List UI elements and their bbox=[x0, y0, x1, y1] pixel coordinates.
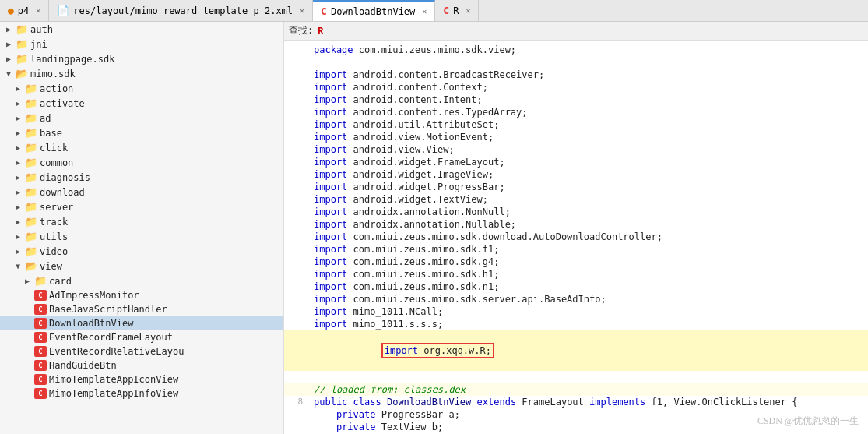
tree-common[interactable]: ▶ 📁 common bbox=[0, 155, 283, 170]
code-line-20: import com.miui.zeus.mimo.sdk.server.api… bbox=[284, 293, 868, 305]
tree-video[interactable]: ▶ 📁 video bbox=[0, 244, 283, 259]
tab-r-label: R bbox=[453, 5, 459, 16]
line-num-blank1 bbox=[284, 56, 309, 69]
folder-card-icon: 📁 bbox=[34, 275, 47, 287]
tree-view[interactable]: ▼ 📂 view bbox=[0, 259, 283, 273]
folder-base-icon: 📁 bbox=[25, 127, 37, 139]
tree-eventrecordframelayout-label: EventRecordFrameLayout bbox=[49, 332, 173, 343]
tab-xml[interactable]: 📄 res/layout/mimo_reward_template_p_2.xm… bbox=[49, 0, 313, 21]
tree-action[interactable]: ▶ 📁 action bbox=[0, 81, 283, 96]
line-content-18: import com.miui.zeus.mimo.sdk.h1; bbox=[309, 268, 868, 281]
code-lines: package com.miui.zeus.mimo.sdk.view; imp… bbox=[284, 41, 868, 434]
tree-mimotemplateappinfoview[interactable]: C MimoTemplateAppInfoView bbox=[0, 386, 283, 400]
line-content-11: import android.widget.ProgressBar; bbox=[309, 181, 868, 193]
line-num-5 bbox=[284, 106, 309, 118]
tree-auth-label: auth bbox=[30, 24, 53, 35]
tree-card-label: card bbox=[49, 276, 72, 287]
tree-track[interactable]: ▶ 📁 track bbox=[0, 214, 283, 229]
line-content-2: import android.content.BroadcastReceiver… bbox=[309, 69, 868, 81]
tree-basejavascripthandler[interactable]: C BaseJavaScriptHandler bbox=[0, 302, 283, 316]
line-num-14 bbox=[284, 218, 309, 231]
tree-jni[interactable]: ▶ 📁 jni bbox=[0, 37, 283, 51]
code-line-error: import org.xqq.w.R; bbox=[284, 330, 868, 371]
tree-handguidebtn[interactable]: C HandGuideBtn bbox=[0, 358, 283, 372]
code-container[interactable]: package com.miui.zeus.mimo.sdk.view; imp… bbox=[284, 41, 868, 434]
tree-common-label: common bbox=[40, 157, 73, 168]
tree-landingpage[interactable]: ▶ 📁 landingpage.sdk bbox=[0, 51, 283, 66]
tree-diagnosis-label: diagnosis bbox=[40, 172, 90, 183]
arrow-auth: ▶ bbox=[6, 25, 16, 34]
tree-base[interactable]: ▶ 📁 base bbox=[0, 125, 283, 140]
arrow-card: ▶ bbox=[25, 277, 34, 285]
tab-downloadbtnview-close[interactable]: ✕ bbox=[422, 7, 427, 16]
line-num-15 bbox=[284, 231, 309, 243]
arrow-video: ▶ bbox=[16, 247, 25, 256]
tree-ad[interactable]: ▶ 📁 ad bbox=[0, 111, 283, 125]
folder-video-icon: 📁 bbox=[25, 245, 37, 257]
tree-track-label: track bbox=[40, 217, 68, 228]
line-content-14: import androidx.annotation.Nullable; bbox=[309, 218, 868, 231]
code-line-blank2 bbox=[284, 371, 868, 383]
line-content-5: import android.content.res.TypedArray; bbox=[309, 106, 868, 118]
tree-server-label: server bbox=[40, 202, 73, 213]
tree-downloadbtnview-label: DownloadBtnView bbox=[49, 318, 133, 329]
arrow-mimosdk: ▼ bbox=[6, 69, 16, 78]
line-content-8: import android.view.View; bbox=[309, 143, 868, 156]
tab-p4[interactable]: ● p4 ✕ bbox=[0, 0, 49, 21]
tab-xml-close[interactable]: ✕ bbox=[300, 6, 304, 15]
tree-mimosdk[interactable]: ▼ 📂 mimo.sdk bbox=[0, 66, 283, 81]
tree-auth[interactable]: ▶ 📁 auth bbox=[0, 22, 283, 37]
line-content-blank2 bbox=[309, 371, 868, 383]
line-content-8n: public class DownloadBtnView extends Fra… bbox=[309, 396, 868, 408]
folder-view-icon: 📂 bbox=[25, 260, 37, 272]
code-line-2: import android.content.BroadcastReceiver… bbox=[284, 69, 868, 81]
tree-downloadbtnview[interactable]: C DownloadBtnView bbox=[0, 316, 283, 330]
tree-download[interactable]: ▶ 📁 download bbox=[0, 185, 283, 199]
folder-auth-icon: 📁 bbox=[16, 23, 28, 35]
arrow-action: ▶ bbox=[16, 84, 25, 93]
line-content-16: import com.miui.zeus.mimo.sdk.f1; bbox=[309, 243, 868, 256]
tree-adimpressmonitor[interactable]: C AdImpressMonitor bbox=[0, 288, 283, 302]
tree-eventrecordframelayout[interactable]: C EventRecordFrameLayout bbox=[0, 330, 283, 344]
badge-basejavascripthandler: C bbox=[34, 304, 47, 315]
tab-p4-close[interactable]: ✕ bbox=[36, 6, 40, 15]
code-line-1: package com.miui.zeus.mimo.sdk.view; bbox=[284, 44, 868, 56]
line-content-17: import com.miui.zeus.mimo.sdk.g4; bbox=[309, 256, 868, 268]
tab-r[interactable]: C R ✕ bbox=[435, 0, 479, 21]
badge-mimotemplateappiconview: C bbox=[34, 374, 47, 385]
tab-downloadbtnview[interactable]: C DownloadBtnView ✕ bbox=[313, 0, 435, 21]
tree-adimpressmonitor-label: AdImpressMonitor bbox=[49, 290, 139, 301]
code-line-comment: // loaded from: classes.dex bbox=[284, 383, 868, 396]
tree-activate-label: activate bbox=[40, 98, 85, 109]
tree-mimotemplateappiconview[interactable]: C MimoTemplateAppIconView bbox=[0, 372, 283, 386]
line-num-4 bbox=[284, 94, 309, 106]
code-line-13: import androidx.annotation.NonNull; bbox=[284, 206, 868, 218]
main-layout: ▶ 📁 auth ▶ 📁 jni ▶ 📁 landingpage.sdk ▼ 📂… bbox=[0, 22, 868, 434]
folder-diagnosis-icon: 📁 bbox=[25, 171, 37, 183]
folder-download-icon: 📁 bbox=[25, 186, 37, 198]
code-line-blank1 bbox=[284, 56, 868, 69]
tree-click[interactable]: ▶ 📁 click bbox=[0, 140, 283, 155]
code-line-17: import com.miui.zeus.mimo.sdk.g4; bbox=[284, 256, 868, 268]
line-num-12 bbox=[284, 193, 309, 206]
tree-diagnosis[interactable]: ▶ 📁 diagnosis bbox=[0, 170, 283, 185]
tree-activate[interactable]: ▶ 📁 activate bbox=[0, 96, 283, 111]
folder-activate-icon: 📁 bbox=[25, 97, 37, 109]
code-line-11: import android.widget.ProgressBar; bbox=[284, 181, 868, 193]
tab-r-close[interactable]: ✕ bbox=[466, 6, 470, 15]
line-content-15: import com.miui.zeus.mimo.sdk.download.A… bbox=[309, 231, 868, 243]
tree-card[interactable]: ▶ 📁 card bbox=[0, 273, 283, 288]
line-num-19 bbox=[284, 281, 309, 293]
line-num-10 bbox=[284, 168, 309, 181]
code-line-6: import android.util.AttributeSet; bbox=[284, 118, 868, 131]
line-num-20 bbox=[284, 293, 309, 305]
tree-eventrecordrelativelayout-label: EventRecordRelativeLayou bbox=[49, 346, 184, 357]
file-tree: ▶ 📁 auth ▶ 📁 jni ▶ 📁 landingpage.sdk ▼ 📂… bbox=[0, 22, 284, 434]
line-num-18 bbox=[284, 268, 309, 281]
tree-utils[interactable]: ▶ 📁 utils bbox=[0, 229, 283, 244]
code-line-8n: 8 public class DownloadBtnView extends F… bbox=[284, 396, 868, 408]
line-num-field-a bbox=[284, 408, 309, 421]
tab-bar: ● p4 ✕ 📄 res/layout/mimo_reward_template… bbox=[0, 0, 868, 22]
tree-server[interactable]: ▶ 📁 server bbox=[0, 199, 283, 214]
tree-eventrecordrelativelayout[interactable]: C EventRecordRelativeLayou bbox=[0, 344, 283, 358]
